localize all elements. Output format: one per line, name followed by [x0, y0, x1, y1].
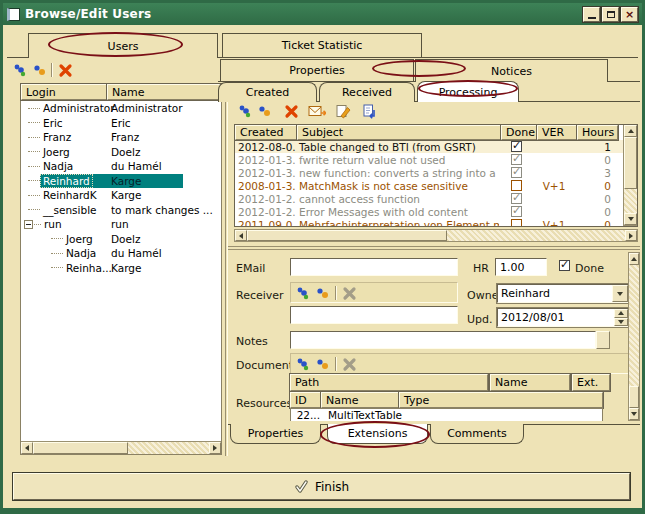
upd-date-field[interactable]: 2012/08/01 [497, 308, 629, 327]
scroll-thumb[interactable] [33, 442, 128, 454]
add-receiver-button[interactable] [294, 284, 312, 302]
send-mail-button[interactable] [308, 102, 326, 120]
column-type[interactable]: Type [399, 392, 603, 408]
finish-button[interactable]: Finish [13, 473, 630, 500]
tree-row[interactable]: __sensibleto mark changes ... [21, 203, 221, 218]
receiver-field[interactable] [290, 306, 458, 324]
scroll-down-button[interactable] [629, 408, 639, 420]
done-checkbox[interactable] [511, 167, 522, 178]
notice-row[interactable]: 2011-09-0... Mehrfachinterpretation von … [235, 218, 637, 227]
column-res-name[interactable]: Name [321, 392, 399, 408]
notice-row[interactable]: 2012-01-2... Error Messages with old con… [235, 205, 637, 218]
spin-up-button[interactable] [614, 309, 628, 318]
dropdown-button[interactable] [612, 285, 628, 302]
link-document-button[interactable] [314, 355, 332, 373]
tree-row[interactable]: EricEric [21, 116, 221, 131]
scroll-up-button[interactable] [624, 125, 637, 137]
column-doc-name[interactable]: Name [490, 374, 570, 391]
tab-comments[interactable]: Comments [430, 424, 524, 444]
tree-row[interactable]: AdministratorAdministrator [21, 101, 221, 116]
column-id[interactable]: ID [290, 392, 321, 408]
scroll-track[interactable] [624, 189, 637, 213]
done-checkbox[interactable] [511, 206, 522, 217]
horizontal-splitter[interactable] [228, 246, 640, 250]
column-path[interactable]: Path [290, 374, 488, 391]
column-ext[interactable]: Ext. [572, 374, 610, 391]
add-notice-button[interactable] [236, 102, 254, 120]
collapse-expander-icon[interactable] [24, 220, 33, 229]
tree-row-child[interactable]: JoergDoelz [21, 232, 221, 247]
subtab-created[interactable]: Created [218, 82, 317, 102]
column-ver[interactable]: VER [537, 125, 577, 140]
tree-hscrollbar[interactable] [21, 441, 221, 454]
tree-row-child[interactable]: Nadjadu Hamél [21, 246, 221, 261]
tree-row-child[interactable]: Reinha...Karge [21, 261, 221, 276]
add-document-button[interactable] [294, 355, 312, 373]
link-user-button[interactable] [31, 61, 49, 79]
minimize-button[interactable] [583, 7, 600, 22]
column-hours[interactable]: Hours [577, 125, 618, 140]
email-field[interactable] [290, 258, 458, 276]
scroll-down-button[interactable] [624, 213, 637, 225]
notes-expand-button[interactable] [596, 331, 610, 349]
done-checkbox[interactable] [511, 180, 522, 191]
column-subject[interactable]: Subject [297, 125, 501, 140]
notice-row[interactable]: 2008-01-3... MatchMask is not case sensi… [235, 179, 637, 192]
tab-properties-bottom[interactable]: Properties [230, 424, 321, 444]
tab-ticket-statistic[interactable]: Ticket Statistic [222, 33, 422, 57]
tree-row[interactable]: runrun [21, 217, 221, 232]
tree-row-selected[interactable]: ReinhardKarge [21, 174, 221, 189]
subtab-received[interactable]: Received [319, 82, 415, 102]
subtab-processing[interactable]: Processing [417, 81, 519, 102]
tree-row[interactable]: ReinhardKKarge [21, 188, 221, 203]
notices-vscrollbar[interactable] [623, 125, 637, 226]
tab-properties[interactable]: Properties [220, 59, 414, 81]
scroll-thumb[interactable] [624, 137, 637, 189]
link-receiver-button[interactable] [314, 284, 332, 302]
tree-row[interactable]: FranzFranz [21, 130, 221, 145]
tab-notices[interactable]: Notices [415, 59, 608, 82]
scroll-right-button[interactable] [209, 442, 221, 454]
maximize-button[interactable] [602, 7, 619, 22]
notice-row[interactable]: 2012-08-0... Table changed to BTI (from … [235, 140, 637, 153]
column-login[interactable]: Login [21, 84, 107, 100]
owner-dropdown[interactable]: Reinhard [497, 284, 629, 303]
done-checkbox[interactable] [511, 193, 522, 204]
notice-row[interactable]: 2012-01-3... fwrite return value not use… [235, 153, 637, 166]
notes-field[interactable] [290, 331, 596, 349]
hr-field[interactable] [495, 258, 547, 276]
form-vscrollbar[interactable] [628, 252, 640, 421]
spin-down-button[interactable] [614, 318, 628, 327]
done-checkbox[interactable] [511, 141, 522, 152]
notices-hscrollbar[interactable] [234, 229, 638, 242]
scroll-track[interactable] [629, 265, 639, 386]
column-name[interactable]: Name [107, 84, 221, 100]
scroll-left-button[interactable] [21, 442, 33, 454]
close-button[interactable]: × [621, 7, 638, 22]
link-notice-button[interactable] [256, 102, 274, 120]
edit-notice-button[interactable] [334, 102, 352, 120]
notice-row[interactable]: 2012-01-3... new function: converts a st… [235, 166, 637, 179]
delete-receiver-button-disabled[interactable] [340, 284, 358, 302]
scroll-left-button[interactable] [235, 230, 247, 241]
add-user-button[interactable] [11, 61, 29, 79]
scroll-up-button[interactable] [629, 253, 639, 265]
scroll-right-button[interactable] [625, 230, 637, 241]
resource-row[interactable]: 22... MultiTextTable [290, 408, 603, 421]
scroll-track[interactable] [128, 442, 209, 454]
done-checkbox[interactable] [511, 219, 522, 227]
tree-row[interactable]: JoergDoelz [21, 145, 221, 160]
column-created[interactable]: Created [235, 125, 297, 140]
delete-document-button-disabled[interactable] [340, 355, 358, 373]
scroll-thumb[interactable] [247, 230, 447, 241]
delete-notice-button[interactable] [282, 102, 300, 120]
scroll-thumb[interactable] [629, 386, 639, 408]
copy-notice-button[interactable] [360, 102, 378, 120]
tree-row[interactable]: Nadjadu Hamél [21, 159, 221, 174]
done-checkbox-form[interactable] [559, 260, 570, 271]
scroll-track[interactable] [447, 230, 625, 241]
tab-users[interactable]: Users [28, 33, 218, 58]
column-done[interactable]: Done [501, 125, 537, 140]
notice-row[interactable]: 2012-01-2... cannot access function 0 [235, 192, 637, 205]
panel-splitter[interactable] [225, 60, 228, 456]
